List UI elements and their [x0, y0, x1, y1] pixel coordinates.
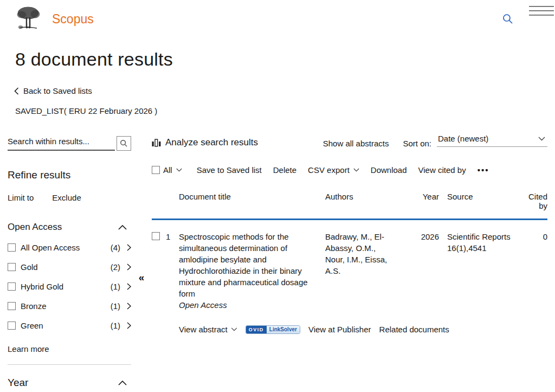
- ovid-logo: OVID: [246, 326, 267, 333]
- facet-label[interactable]: Green: [21, 321, 43, 330]
- open-access-title: Open Access: [8, 222, 62, 233]
- table-header-rule: [152, 219, 547, 220]
- csv-export-label: CSV export: [308, 165, 350, 175]
- sidebar-handle-column: «: [131, 136, 152, 389]
- open-access-tag: Open Access: [179, 299, 325, 311]
- results-toolbar: All Save to Saved list Delete CSV export…: [152, 165, 547, 175]
- th-spacer: [152, 192, 179, 210]
- results-table-header: Document title Authors Year Source Cited…: [152, 192, 547, 219]
- all-label: All: [163, 165, 172, 175]
- document-cell: Spectroscopic methods for the simultaneo…: [179, 231, 325, 311]
- back-link-label: Back to Saved lists: [23, 86, 92, 95]
- facet-label[interactable]: Bronze: [21, 301, 47, 311]
- facet-count: (1): [111, 282, 120, 291]
- collapse-sidebar-icon[interactable]: «: [139, 272, 145, 284]
- facet-label[interactable]: Hybrid Gold: [21, 282, 63, 291]
- more-options-icon[interactable]: •••: [477, 165, 489, 175]
- row-select-cell: 1: [152, 231, 179, 311]
- learn-more-link[interactable]: Learn more: [8, 344, 131, 354]
- chevron-right-icon[interactable]: [127, 303, 131, 310]
- menu-bar: [529, 10, 554, 11]
- csv-export-button[interactable]: CSV export: [308, 165, 359, 175]
- cited-by-cell[interactable]: 0: [518, 231, 547, 311]
- checkbox-green[interactable]: [8, 322, 16, 330]
- facet-count: (2): [111, 262, 120, 272]
- show-all-abstracts-link[interactable]: Show all abstracts: [323, 139, 389, 149]
- chevron-down-icon: [231, 327, 237, 331]
- limit-exclude-row: Limit to Exclude: [8, 193, 131, 202]
- facet-label[interactable]: All Open Access: [21, 243, 80, 252]
- checkbox-all-open-access[interactable]: [8, 243, 16, 252]
- sort-value: Date (newest): [438, 134, 488, 143]
- limit-to-tab[interactable]: Limit to: [8, 193, 34, 202]
- row-number: 1: [166, 231, 170, 311]
- document-title-link[interactable]: Spectroscopic methods for the simultaneo…: [179, 231, 325, 299]
- ovid-linksolver-badge[interactable]: OVID LinkSolver: [246, 325, 300, 334]
- search-input-underline: [8, 137, 115, 151]
- page-title: 8 document results: [15, 49, 555, 70]
- delete-button[interactable]: Delete: [273, 165, 296, 175]
- download-button[interactable]: Download: [371, 165, 407, 175]
- results-main: Analyze search results Show all abstract…: [152, 136, 555, 389]
- checkbox-bronze[interactable]: [8, 302, 16, 310]
- facet-count: (4): [111, 243, 120, 252]
- facet-label[interactable]: Gold: [21, 262, 38, 272]
- search-icon[interactable]: [502, 13, 514, 25]
- source-cell[interactable]: Scientific Reports 16(1),4541: [439, 231, 518, 311]
- linksolver-label: LinkSolver: [267, 326, 300, 333]
- sidebar-divider: [8, 364, 131, 365]
- sort-select[interactable]: Date (newest): [437, 134, 547, 147]
- search-within-results-button[interactable]: [117, 136, 131, 151]
- back-to-saved-lists-link[interactable]: Back to Saved lists: [14, 86, 555, 95]
- select-all-control[interactable]: All: [152, 165, 182, 175]
- chevron-down-icon: [176, 168, 182, 172]
- bar-chart-icon: [152, 138, 161, 147]
- chevron-right-icon[interactable]: [127, 244, 131, 251]
- th-year: Year: [408, 192, 439, 210]
- th-source: Source: [439, 192, 518, 210]
- content-area: Refine results Limit to Exclude Open Acc…: [0, 136, 555, 389]
- chevron-down-icon: [538, 137, 545, 141]
- source-name[interactable]: Scientific Reports: [447, 231, 518, 242]
- row-checkbox[interactable]: [152, 232, 160, 240]
- scopus-results-page: Scopus 8 document results Back to Saved …: [0, 0, 555, 392]
- analyze-search-results-link[interactable]: Analyze search results: [152, 137, 258, 148]
- view-at-publisher-link[interactable]: View at Publisher: [308, 325, 371, 334]
- chevron-up-icon: [118, 381, 127, 385]
- saved-list-name: SAVED_LIST( ERU 22 February 2026 ): [15, 106, 555, 115]
- chevron-right-icon[interactable]: [127, 264, 131, 271]
- facet-count: (1): [111, 301, 120, 311]
- sort-on-label: Sort on:: [403, 139, 431, 149]
- facet-count: (1): [111, 321, 120, 330]
- menu-icon[interactable]: [529, 6, 554, 19]
- elsevier-tree-logo[interactable]: [15, 5, 41, 31]
- checkbox-gold[interactable]: [8, 263, 16, 271]
- result-row-1: 1 Spectroscopic methods for the simultan…: [152, 231, 547, 311]
- th-authors: Authors: [325, 192, 408, 210]
- select-all-checkbox[interactable]: [152, 166, 160, 174]
- year-section-header[interactable]: Year: [8, 377, 131, 389]
- related-documents-link[interactable]: Related documents: [379, 325, 449, 334]
- save-to-saved-list-button[interactable]: Save to Saved list: [197, 165, 262, 175]
- results-header: Analyze search results Show all abstract…: [152, 136, 547, 149]
- view-cited-by-button[interactable]: View cited by: [418, 165, 466, 175]
- row-actions-grid: View abstract OVID LinkSolver View at Pu…: [152, 311, 547, 334]
- facet-hybrid-gold: Hybrid Gold (1): [8, 282, 131, 291]
- search-within-results-input[interactable]: [8, 137, 115, 146]
- chevron-right-icon[interactable]: [127, 322, 131, 329]
- facet-all-open-access: All Open Access (4): [8, 243, 131, 252]
- refine-results-title: Refine results: [8, 169, 131, 181]
- open-access-section-header[interactable]: Open Access: [8, 222, 131, 233]
- facet-bronze: Bronze (1): [8, 301, 131, 311]
- authors-cell[interactable]: Badrawy, M., El-Abassy, O.M., Nour, I.M.…: [325, 231, 408, 311]
- scopus-brand[interactable]: Scopus: [52, 12, 94, 27]
- results-header-right: Show all abstracts Sort on: Date (newest…: [323, 136, 547, 149]
- checkbox-hybrid-gold[interactable]: [8, 282, 16, 291]
- chevron-up-icon: [118, 225, 127, 230]
- elsevier-tree-icon: [15, 5, 41, 31]
- exclude-tab[interactable]: Exclude: [52, 193, 81, 202]
- th-cited-by: Cited by: [518, 192, 547, 210]
- top-bar: Scopus: [0, 0, 555, 35]
- view-abstract-button[interactable]: View abstract: [179, 325, 237, 334]
- chevron-right-icon[interactable]: [127, 283, 131, 290]
